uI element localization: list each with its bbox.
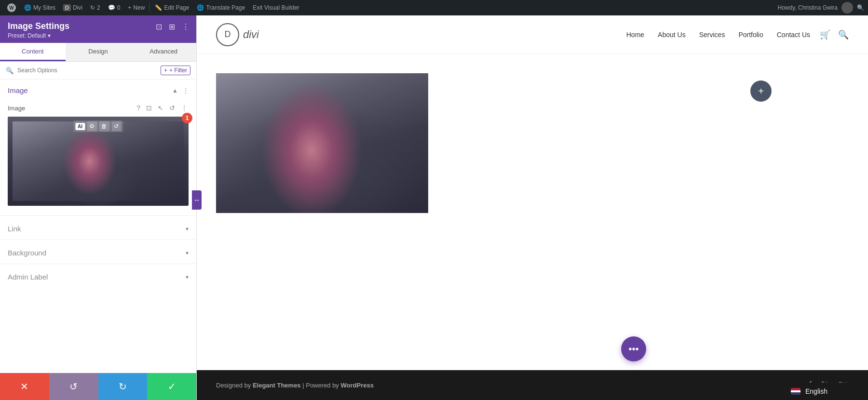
panel-header-actions: ⊡ ⊞ ⋮ <box>155 21 190 32</box>
nav-icons: 🛒 🔍 <box>820 29 849 40</box>
divider-1 <box>0 215 196 216</box>
background-section-header[interactable]: Background ▾ <box>0 242 196 262</box>
background-section-title: Background <box>8 249 46 257</box>
nav-home[interactable]: Home <box>626 31 644 39</box>
filter-button[interactable]: + + Filter <box>161 66 190 75</box>
main-layout: Image Settings Preset: Default ▾ ⊡ ⊞ ⋮ C… <box>0 15 868 400</box>
divider-2 <box>0 240 196 240</box>
site-main-image[interactable] <box>216 73 428 213</box>
en-flag-icon <box>791 388 800 395</box>
image-overlay-toolbar: AI ⚙ 🗑 ↺ <box>73 120 123 132</box>
footer-credits: Designed by Elegant Themes | Powered by … <box>216 382 374 389</box>
refresh-icon: ↻ <box>90 4 95 11</box>
image-reset-button[interactable]: ↺ <box>168 103 176 113</box>
image-section: Image ▲ ⋮ Image ? ⊡ ↖ ↺ <box>0 80 196 213</box>
admin-label-section-chevron: ▾ <box>186 274 189 280</box>
link-section: Link ▾ <box>0 218 196 238</box>
logo-text: divi <box>243 28 259 41</box>
plus-icon: + <box>128 4 131 11</box>
site-nav: D divi Home About Us Services Portfolio … <box>197 15 868 54</box>
svg-text:W: W <box>9 5 14 11</box>
image-delete-btn[interactable]: 🗑 <box>99 121 109 131</box>
globe-icon: 🌐 <box>24 4 31 11</box>
image-section-chevron-up: ▲ <box>172 87 178 94</box>
panel-preset[interactable]: Preset: Default ▾ <box>8 32 189 39</box>
floating-action-button[interactable]: ••• <box>621 336 646 361</box>
save-button[interactable]: ✓ <box>147 373 196 400</box>
language-bar[interactable]: English <box>781 383 868 400</box>
nav-contact-us[interactable]: Contact Us <box>777 31 810 39</box>
background-section-chevron: ▾ <box>186 250 189 256</box>
nav-services[interactable]: Services <box>699 31 725 39</box>
divi-icon: D <box>63 4 71 11</box>
image-section-header[interactable]: Image ▲ ⋮ <box>0 80 196 99</box>
more-options-button[interactable]: ⋮ <box>181 21 190 32</box>
tab-advanced[interactable]: Advanced <box>131 43 196 61</box>
divider-3 <box>0 264 196 264</box>
edit-page-button[interactable]: ✏️ Edit Page <box>152 0 192 15</box>
admin-label-section: Admin Label ▾ <box>0 266 196 286</box>
logo-circle: D <box>216 23 239 46</box>
minimize-panel-button[interactable]: ⊡ <box>155 21 163 32</box>
image-select-button[interactable]: ↖ <box>157 103 164 113</box>
nav-about-us[interactable]: About Us <box>658 31 686 39</box>
image-responsive-button[interactable]: ⊡ <box>145 103 153 113</box>
site-content: + <box>197 54 868 370</box>
link-section-chevron: ▾ <box>186 226 189 232</box>
filter-icon: + <box>164 67 167 74</box>
divi-menu[interactable]: D Divi <box>60 0 85 15</box>
tab-bar: Content Design Advanced <box>0 43 196 62</box>
nav-portfolio[interactable]: Portfolio <box>738 31 763 39</box>
admin-bar: W 🌐 My Sites D Divi ↻ 2 💬 0 + New ✏️ Edi… <box>0 0 868 15</box>
right-content: D divi Home About Us Services Portfolio … <box>197 15 868 400</box>
search-icon[interactable]: 🔍 <box>857 4 864 11</box>
add-content-button[interactable]: + <box>750 80 772 102</box>
image-settings-btn[interactable]: ⚙ <box>87 121 97 131</box>
tab-content[interactable]: Content <box>0 43 66 61</box>
admin-label-section-header[interactable]: Admin Label ▾ <box>0 266 196 286</box>
redo-button[interactable]: ↻ <box>98 373 148 400</box>
image-section-more[interactable]: ⋮ <box>183 87 189 94</box>
image-section-title: Image <box>8 86 28 94</box>
translate-icon: 🌐 <box>197 4 204 11</box>
panel-header: Image Settings Preset: Default ▾ ⊡ ⊞ ⋮ <box>0 15 196 43</box>
link-section-header[interactable]: Link ▾ <box>0 218 196 238</box>
badge-number: 1 <box>182 113 192 123</box>
image-help-button[interactable]: ? <box>136 103 141 113</box>
my-sites-menu[interactable]: 🌐 My Sites <box>21 0 58 15</box>
search-bar: 🔍 + + Filter <box>0 62 196 80</box>
wp-logo[interactable]: W <box>4 0 19 15</box>
link-section-title: Link <box>8 225 21 233</box>
translate-page-button[interactable]: 🌐 Translate Page <box>194 0 248 15</box>
search-options-icon: 🔍 <box>6 67 14 74</box>
tab-design[interactable]: Design <box>66 43 131 61</box>
site-nav-links: Home About Us Services Portfolio Contact… <box>626 31 810 39</box>
image-field: Image ? ⊡ ↖ ↺ ⋮ <box>0 99 196 213</box>
image-field-label: Image ? ⊡ ↖ ↺ ⋮ <box>8 103 189 113</box>
exit-visual-builder-button[interactable]: Exit Visual Builder <box>250 0 302 15</box>
image-preview-wrapper: AI ⚙ 🗑 ↺ 1 <box>8 117 189 206</box>
revisions-count[interactable]: ↻ 2 <box>87 0 103 15</box>
site-footer: Designed by Elegant Themes | Powered by … <box>197 370 868 400</box>
image-more-button[interactable]: ⋮ <box>180 103 189 113</box>
admin-label-section-title: Admin Label <box>8 273 48 281</box>
comments-count[interactable]: 💬 0 <box>105 0 123 15</box>
panel-content: Image ▲ ⋮ Image ? ⊡ ↖ ↺ <box>0 80 196 373</box>
expand-panel-button[interactable]: ⊞ <box>168 21 176 32</box>
image-preview[interactable]: AI ⚙ 🗑 ↺ <box>8 117 189 206</box>
search-options-input[interactable] <box>17 67 157 74</box>
search-nav-button[interactable]: 🔍 <box>838 29 849 40</box>
action-bar: ✕ ↺ ↻ ✓ <box>0 373 196 400</box>
ai-badge[interactable]: AI <box>75 123 85 130</box>
comment-icon: 💬 <box>108 4 115 11</box>
user-avatar <box>841 2 853 13</box>
admin-bar-right: Howdy, Christina Gwira 🔍 <box>778 2 864 13</box>
edit-icon: ✏️ <box>155 4 162 11</box>
image-undo-btn[interactable]: ↺ <box>111 121 121 131</box>
new-button[interactable]: + New <box>125 0 148 15</box>
cancel-button[interactable]: ✕ <box>0 373 49 400</box>
language-label: English <box>805 387 827 395</box>
cart-icon-button[interactable]: 🛒 <box>820 29 830 40</box>
drag-handle[interactable]: ↔ <box>192 190 202 210</box>
reset-button[interactable]: ↺ <box>49 373 98 400</box>
